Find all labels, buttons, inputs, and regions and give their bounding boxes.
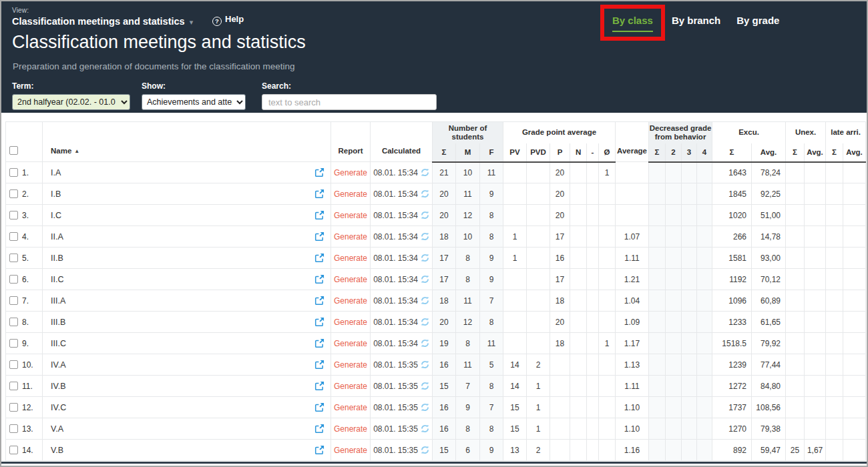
open-class-icon[interactable] [314,360,324,370]
cell-late-avg [843,248,866,269]
calculated-timestamp: 08.01. 15:34 [373,232,418,242]
recalculate-icon[interactable] [421,232,429,241]
cell-late-sum [826,290,843,312]
show-select[interactable]: Achievements and attenda [142,94,246,110]
recalculate-icon[interactable] [421,275,429,284]
generate-report-link[interactable]: Generate [334,318,367,327]
open-class-icon[interactable] [314,210,324,220]
cell-behavior-3 [682,354,697,376]
recalculate-icon[interactable] [421,211,429,219]
table-row: 5. II.B Generate 08.01. 15:34 17 [6,248,866,269]
open-class-icon[interactable] [314,189,324,199]
generate-report-link[interactable]: Generate [334,254,367,263]
view-value[interactable]: Classification meetings and statistics [12,16,185,27]
generate-report-link[interactable]: Generate [334,403,367,412]
recalculate-icon[interactable] [421,189,429,198]
cell-behavior-2 [666,248,682,269]
cell-behavior-3 [682,312,697,333]
calculated-timestamp: 08.01. 15:34 [373,318,418,327]
open-class-icon[interactable] [314,445,324,455]
cell-late-avg [843,440,866,461]
cell-students-sum: 20 [433,205,456,226]
row-checkbox[interactable] [9,318,18,326]
tab-by-branch[interactable]: By branch [672,15,720,26]
cell-students-female: 5 [480,354,503,376]
open-class-icon[interactable] [314,381,324,391]
cell-gpa-n [570,226,587,248]
row-checkbox[interactable] [9,403,18,412]
tab-by-class[interactable]: By class [612,15,653,32]
row-checkbox[interactable] [9,275,18,284]
cell-unexcused-sum [786,354,805,376]
row-checkbox[interactable] [9,360,18,369]
generate-report-link[interactable]: Generate [334,275,367,284]
cell-gpa-phi: 1 [599,333,616,354]
cell-behavior-3 [682,440,697,461]
recalculate-icon[interactable] [421,360,429,369]
recalculate-icon[interactable] [421,339,429,348]
cell-late-sum [826,418,843,440]
cell-gpa-n [570,397,587,418]
open-class-icon[interactable] [314,167,324,177]
cell-behavior-sum [649,418,666,440]
generate-report-link[interactable]: Generate [334,211,367,220]
cell-excused-avg: 77,44 [752,354,786,376]
recalculate-icon[interactable] [421,296,429,305]
tab-by-grade[interactable]: By grade [736,15,779,26]
recalculate-icon[interactable] [421,424,429,433]
generate-report-link[interactable]: Generate [334,446,367,455]
search-input[interactable] [262,94,437,110]
column-header-name[interactable]: Name▲ [43,122,331,162]
cell-behavior-sum [649,269,666,290]
recalculate-icon[interactable] [421,168,429,177]
row-number: 4. [22,232,29,242]
generate-report-link[interactable]: Generate [334,360,367,370]
row-checkbox[interactable] [9,232,18,241]
cell-gpa-p: 16 [550,248,570,269]
row-checkbox[interactable] [9,254,18,262]
cell-gpa-n [570,269,587,290]
generate-report-link[interactable]: Generate [334,382,367,391]
subheader-unexcused-avg: Avg. [805,143,826,162]
cell-behavior-sum [649,333,666,354]
generate-report-link[interactable]: Generate [334,339,367,348]
recalculate-icon[interactable] [421,318,429,326]
open-class-icon[interactable] [314,338,324,348]
open-class-icon[interactable] [314,231,324,242]
cell-unexcused-sum: 25 [786,440,805,461]
open-class-icon[interactable] [314,296,324,306]
cell-behavior-2 [666,376,682,397]
recalculate-icon[interactable] [421,254,429,262]
row-checkbox[interactable] [9,424,18,433]
recalculate-icon[interactable] [421,403,429,412]
row-checkbox[interactable] [9,339,18,348]
generate-report-link[interactable]: Generate [334,424,367,434]
open-class-icon[interactable] [314,274,324,284]
subheader-gpa-phi: Ø [599,143,616,162]
view-switcher[interactable]: View: Classification meetings and statis… [12,7,193,27]
open-class-icon[interactable] [314,424,324,434]
open-class-icon[interactable] [314,317,324,327]
row-checkbox[interactable] [9,168,18,177]
row-checkbox[interactable] [9,189,18,198]
generate-report-link[interactable]: Generate [334,232,367,242]
open-class-icon[interactable] [314,402,324,412]
generate-report-link[interactable]: Generate [334,296,367,306]
cell-behavior-sum [649,440,666,461]
row-checkbox[interactable] [9,296,18,305]
recalculate-icon[interactable] [421,446,429,454]
help-button[interactable]: ?Help [212,14,244,26]
open-class-icon[interactable] [314,253,324,263]
help-icon: ? [212,17,222,26]
cell-gpa-p: 18 [550,333,570,354]
select-all-checkbox[interactable] [9,146,18,155]
cell-gpa-pvd: 1 [527,376,550,397]
row-checkbox[interactable] [9,211,18,219]
recalculate-icon[interactable] [421,382,429,390]
cell-gpa-dash [587,333,599,354]
row-checkbox[interactable] [9,446,18,454]
row-checkbox[interactable] [9,382,18,390]
term-select[interactable]: 2nd halfyear (02.02. - 01.0 [12,94,130,110]
generate-report-link[interactable]: Generate [334,168,367,177]
generate-report-link[interactable]: Generate [334,189,367,199]
